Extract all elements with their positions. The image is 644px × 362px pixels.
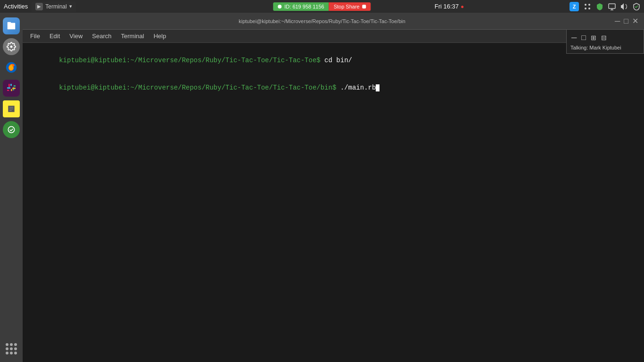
svg-rect-13 (7, 90, 9, 91)
zoom-minus-btn[interactable]: ⊟ (600, 33, 608, 42)
top-bar-left: Activities ▶ Terminal ▾ (4, 1, 76, 12)
svg-rect-9 (10, 84, 12, 86)
share-dot-icon (278, 5, 281, 8)
terminal-line-2: kiptubei@kiptubei:~/Microverse/Repos/Rub… (27, 74, 639, 102)
top-bar-right: Z (570, 2, 640, 11)
sidebar-icon-files[interactable] (3, 17, 20, 34)
zoom-talking-label: Talking: Mark Kiptubei (570, 45, 640, 50)
svg-rect-14 (12, 88, 16, 89)
stop-share-label: Stop Share (334, 4, 360, 9)
sidebar-bottom (3, 340, 20, 357)
svg-point-1 (588, 4, 590, 6)
extensions-tray-icon[interactable] (584, 3, 591, 10)
sidebar-icon-firefox[interactable] (3, 59, 20, 76)
svg-rect-8 (8, 84, 10, 87)
svg-rect-4 (609, 4, 615, 8)
svg-point-16 (8, 126, 14, 132)
clock-time: Fri 16:37 (435, 3, 459, 10)
svg-point-3 (588, 8, 590, 9)
menu-edit[interactable]: Edit (46, 31, 64, 41)
svg-rect-11 (11, 89, 12, 91)
terminal-window: kiptubei@kiptubei:~/Microverse/Repos/Rub… (23, 13, 644, 362)
stop-share-dot-icon (363, 5, 366, 8)
zoom-grid-btn[interactable]: ⊞ (590, 33, 597, 42)
sidebar-icon-notes[interactable] (3, 100, 20, 117)
stop-share-button[interactable]: Stop Share (329, 2, 371, 11)
zoom-minimize-btn[interactable]: ─ (570, 33, 578, 43)
terminal-titlebar: kiptubei@kiptubei:~/Microverse/Repos/Rub… (23, 13, 644, 30)
shield-tray-icon[interactable] (596, 3, 603, 10)
terminal-tab-arrow: ▾ (69, 3, 72, 9)
security-tray-icon[interactable] (633, 3, 640, 10)
terminal-tab-icon: ▶ (35, 3, 43, 10)
sidebar (0, 13, 23, 362)
menu-view[interactable]: View (66, 31, 86, 41)
share-indicator: ID: 619 958 1156 (273, 2, 329, 11)
zoom-panel: ─ □ ⊞ ⊟ Talking: Mark Kiptubei (566, 29, 644, 54)
clock-area: Fri 16:37 ● (435, 3, 464, 10)
terminal-command-1: cd bin/ (321, 57, 352, 64)
top-bar: Activities ▶ Terminal ▾ ID: 619 958 1156… (0, 0, 644, 13)
svg-rect-15 (14, 85, 16, 87)
terminal-cursor (376, 84, 380, 91)
svg-rect-12 (7, 87, 10, 89)
sound-tray-icon[interactable] (620, 3, 628, 10)
terminal-body[interactable]: kiptubei@kiptubei:~/Microverse/Repos/Rub… (23, 43, 644, 362)
sidebar-icon-slack[interactable] (3, 80, 20, 97)
menu-help[interactable]: Help (150, 31, 170, 41)
terminal-tab[interactable]: ▶ Terminal ▾ (32, 1, 75, 12)
zoom-tray-icon[interactable]: Z (570, 2, 579, 11)
record-dot-icon: ● (461, 3, 464, 10)
sidebar-icon-settings[interactable] (3, 38, 20, 55)
app-grid-button[interactable] (3, 340, 20, 357)
terminal-line-1: kiptubei@kiptubei:~/Microverse/Repos/Rub… (27, 47, 639, 74)
menu-bar: File Edit View Search Terminal Help (23, 30, 644, 43)
terminal-title: kiptubei@kiptubei:~/Microverse/Repos/Rub… (239, 18, 405, 24)
menu-search[interactable]: Search (88, 31, 115, 41)
close-button[interactable]: ✕ (632, 17, 638, 25)
terminal-tab-label: Terminal (45, 3, 66, 10)
terminal-command-2: ./main.rb (336, 84, 376, 91)
zoom-square-btn[interactable]: □ (580, 33, 587, 43)
menu-terminal[interactable]: Terminal (117, 31, 148, 41)
sidebar-icon-green-app[interactable] (3, 121, 20, 138)
terminal-prompt-1: kiptubei@kiptubei:~/Microverse/Repos/Rub… (59, 57, 321, 64)
terminal-prompt-2: kiptubei@kiptubei:~/Microverse/Repos/Rub… (59, 84, 336, 91)
minimize-button[interactable]: ─ (615, 17, 620, 25)
share-id-label: ID: 619 958 1156 (284, 4, 324, 9)
activities-label[interactable]: Activities (4, 3, 28, 10)
maximize-button[interactable]: □ (624, 17, 628, 25)
main-layout: kiptubei@kiptubei:~/Microverse/Repos/Rub… (0, 13, 644, 362)
display-tray-icon[interactable] (608, 3, 616, 10)
menu-file[interactable]: File (26, 31, 44, 41)
window-controls: ─ □ ✕ (615, 17, 638, 25)
zoom-controls: ─ □ ⊞ ⊟ (570, 33, 640, 43)
svg-point-2 (585, 8, 586, 9)
svg-point-0 (585, 4, 586, 6)
